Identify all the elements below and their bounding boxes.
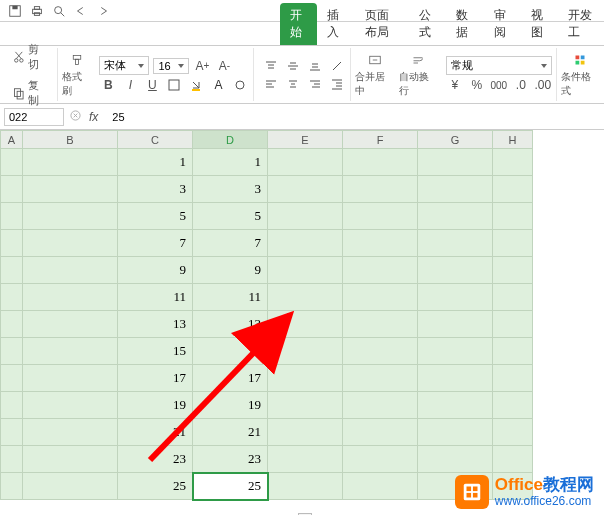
cell[interactable] (493, 365, 533, 392)
fill-color-button[interactable] (187, 77, 205, 93)
cell[interactable]: 25 (118, 473, 193, 500)
cell[interactable] (493, 203, 533, 230)
effects-button[interactable] (231, 77, 249, 93)
undo-icon[interactable] (74, 4, 88, 18)
cell[interactable] (343, 473, 418, 500)
cell[interactable] (1, 419, 23, 446)
cell[interactable] (268, 392, 343, 419)
col-header[interactable]: D (193, 131, 268, 149)
preview-icon[interactable] (52, 4, 66, 18)
tab-developer[interactable]: 开发工 (558, 3, 604, 45)
table-row[interactable]: 1313 (1, 311, 533, 338)
grow-font-icon[interactable]: A+ (193, 58, 211, 74)
align-bottom-icon[interactable] (306, 58, 324, 74)
cell[interactable] (493, 419, 533, 446)
cell[interactable] (343, 230, 418, 257)
cell[interactable] (1, 230, 23, 257)
cell[interactable] (1, 284, 23, 311)
align-middle-icon[interactable] (284, 58, 302, 74)
cell[interactable]: 5 (118, 203, 193, 230)
cell[interactable] (23, 311, 118, 338)
cell[interactable]: 15 (118, 338, 193, 365)
cell[interactable] (1, 257, 23, 284)
table-row[interactable]: 1919 (1, 392, 533, 419)
cell[interactable] (343, 257, 418, 284)
cell[interactable] (493, 257, 533, 284)
cell[interactable] (1, 446, 23, 473)
tab-data[interactable]: 数据 (446, 3, 483, 45)
cell[interactable] (343, 284, 418, 311)
table-row[interactable]: 1111 (1, 284, 533, 311)
cell[interactable] (23, 176, 118, 203)
cell[interactable] (418, 338, 493, 365)
col-header[interactable]: H (493, 131, 533, 149)
cell[interactable] (268, 149, 343, 176)
cell[interactable]: 11 (118, 284, 193, 311)
cell[interactable]: 25 (193, 473, 268, 500)
cell[interactable] (343, 446, 418, 473)
align-left-icon[interactable] (262, 76, 280, 92)
align-center-icon[interactable] (284, 76, 302, 92)
cell[interactable] (268, 338, 343, 365)
merge-icon[interactable] (366, 52, 384, 68)
cell[interactable]: 21 (118, 419, 193, 446)
table-row[interactable]: 55 (1, 203, 533, 230)
tab-page-layout[interactable]: 页面布局 (355, 3, 410, 45)
cell[interactable]: 1 (118, 149, 193, 176)
cell[interactable] (343, 176, 418, 203)
col-header[interactable]: F (343, 131, 418, 149)
cell[interactable] (418, 365, 493, 392)
cond-format-icon[interactable] (571, 52, 589, 68)
cell[interactable] (418, 419, 493, 446)
cell[interactable]: 9 (118, 257, 193, 284)
cell[interactable]: 17 (118, 365, 193, 392)
cell[interactable] (418, 230, 493, 257)
cell[interactable] (418, 176, 493, 203)
cell[interactable] (1, 473, 23, 500)
shrink-font-icon[interactable]: A- (215, 58, 233, 74)
cell[interactable] (23, 419, 118, 446)
cell[interactable] (493, 230, 533, 257)
number-format-select[interactable]: 常规 (446, 56, 552, 75)
cell[interactable] (268, 311, 343, 338)
cell[interactable] (268, 473, 343, 500)
cell[interactable]: 23 (193, 446, 268, 473)
fx-label[interactable]: fx (89, 110, 98, 124)
cell[interactable] (1, 311, 23, 338)
cell[interactable] (418, 203, 493, 230)
cell[interactable] (268, 230, 343, 257)
cell[interactable] (343, 149, 418, 176)
cell[interactable] (23, 365, 118, 392)
cell[interactable]: 7 (193, 230, 268, 257)
tab-formulas[interactable]: 公式 (409, 3, 446, 45)
orientation-icon[interactable] (328, 58, 346, 74)
cell[interactable]: 13 (193, 311, 268, 338)
cell[interactable] (418, 257, 493, 284)
col-header[interactable]: B (23, 131, 118, 149)
cell[interactable] (268, 419, 343, 446)
cell[interactable] (268, 176, 343, 203)
cell[interactable] (343, 311, 418, 338)
decrease-decimal-icon[interactable]: .0 (512, 77, 530, 93)
cell[interactable] (343, 419, 418, 446)
col-header[interactable]: G (418, 131, 493, 149)
table-row[interactable]: 2121 (1, 419, 533, 446)
cell[interactable] (1, 149, 23, 176)
save-icon[interactable] (8, 4, 22, 18)
table-row[interactable]: 99 (1, 257, 533, 284)
cell[interactable] (1, 365, 23, 392)
cell[interactable] (23, 257, 118, 284)
cell[interactable]: 15 (193, 338, 268, 365)
cell[interactable] (23, 230, 118, 257)
table-row[interactable]: 2323 (1, 446, 533, 473)
cell[interactable] (23, 284, 118, 311)
cell[interactable] (23, 473, 118, 500)
cut-button[interactable]: 剪切 (8, 40, 53, 74)
cell[interactable]: 5 (193, 203, 268, 230)
cell[interactable]: 19 (118, 392, 193, 419)
align-right-icon[interactable] (306, 76, 324, 92)
col-header[interactable]: C (118, 131, 193, 149)
currency-icon[interactable]: ¥ (446, 77, 464, 93)
cell[interactable] (343, 392, 418, 419)
cell[interactable]: 7 (118, 230, 193, 257)
